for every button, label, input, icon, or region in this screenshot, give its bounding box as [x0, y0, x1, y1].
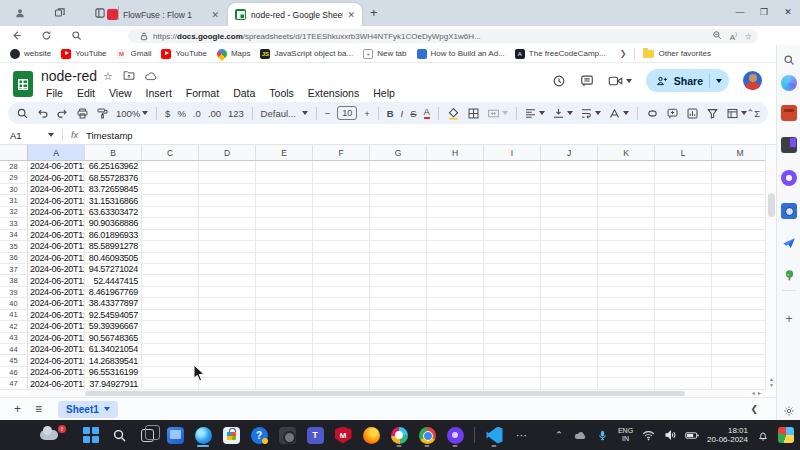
- search-icon[interactable]: [69, 29, 83, 43]
- close-tab-icon[interactable]: ✕: [347, 10, 355, 20]
- cell-G38[interactable]: [370, 275, 427, 286]
- format-percent-button[interactable]: %: [177, 108, 185, 119]
- cell-E43[interactable]: [256, 333, 313, 344]
- cell-G35[interactable]: [370, 241, 427, 252]
- cell-H29[interactable]: [427, 172, 484, 183]
- cell-D47[interactable]: [199, 378, 256, 389]
- cell-M41[interactable]: [712, 310, 765, 321]
- cell-I40[interactable]: [484, 298, 541, 309]
- cell-M42[interactable]: [712, 321, 765, 332]
- cell-K44[interactable]: [598, 344, 655, 355]
- bookmarks-overflow-icon[interactable]: ❯: [620, 49, 627, 58]
- menu-edit[interactable]: Edit: [70, 85, 102, 101]
- cell-K31[interactable]: [598, 195, 655, 206]
- cell-C46[interactable]: [142, 367, 199, 378]
- cell-H36[interactable]: [427, 253, 484, 264]
- row-header-29[interactable]: 29: [0, 172, 28, 183]
- sidebar-tree-icon[interactable]: [781, 267, 797, 283]
- sheet-tab-sheet1[interactable]: Sheet1: [58, 401, 118, 418]
- toolbar-search-icon[interactable]: [16, 107, 29, 120]
- all-sheets-icon[interactable]: ≡: [35, 402, 42, 416]
- cell-G31[interactable]: [370, 195, 427, 206]
- cell-B40[interactable]: 38.43377897: [85, 298, 142, 309]
- sidebar-tools-icon[interactable]: [781, 105, 797, 121]
- cell-A38[interactable]: 2024-06-20T12:2: [28, 275, 85, 286]
- row-header-46[interactable]: 46: [0, 367, 28, 378]
- version-history-icon[interactable]: [552, 74, 566, 88]
- cell-K30[interactable]: [598, 184, 655, 195]
- cell-D35[interactable]: [199, 241, 256, 252]
- column-header-L[interactable]: L: [655, 145, 712, 160]
- cell-J34[interactable]: [541, 230, 598, 241]
- cell-L30[interactable]: [655, 184, 712, 195]
- cell-F39[interactable]: [313, 287, 370, 298]
- sidebar-settings-icon[interactable]: [781, 403, 797, 419]
- cell-M29[interactable]: [712, 172, 765, 183]
- cell-I46[interactable]: [484, 367, 541, 378]
- cell-K35[interactable]: [598, 241, 655, 252]
- borders-button[interactable]: [467, 107, 480, 120]
- cell-D33[interactable]: [199, 218, 256, 229]
- cell-L47[interactable]: [655, 378, 712, 389]
- column-header-C[interactable]: C: [142, 145, 199, 160]
- cell-L43[interactable]: [655, 333, 712, 344]
- row-header-34[interactable]: 34: [0, 230, 28, 241]
- cell-I34[interactable]: [484, 230, 541, 241]
- cell-L41[interactable]: [655, 310, 712, 321]
- cell-G47[interactable]: [370, 378, 427, 389]
- bookmark-item[interactable]: How to Build an Ad...: [417, 49, 505, 59]
- cell-I30[interactable]: [484, 184, 541, 195]
- cell-M40[interactable]: [712, 298, 765, 309]
- cell-A39[interactable]: 2024-06-20T12:2: [28, 287, 85, 298]
- redo-icon[interactable]: [56, 107, 69, 120]
- cell-H37[interactable]: [427, 264, 484, 275]
- cell-E33[interactable]: [256, 218, 313, 229]
- address-bar[interactable]: https://docs.google.com/spreadsheets/d/1…: [128, 29, 758, 43]
- cell-J47[interactable]: [541, 378, 598, 389]
- cell-K37[interactable]: [598, 264, 655, 275]
- cell-B36[interactable]: 80.46093505: [85, 253, 142, 264]
- cell-D43[interactable]: [199, 333, 256, 344]
- cell-B31[interactable]: 31.15316866: [85, 195, 142, 206]
- horizontal-align-button[interactable]: [524, 107, 545, 120]
- cell-D39[interactable]: [199, 287, 256, 298]
- cell-A32[interactable]: 2024-06-20T12:2: [28, 207, 85, 218]
- cell-J29[interactable]: [541, 172, 598, 183]
- refresh-icon[interactable]: [39, 29, 53, 43]
- cell-L31[interactable]: [655, 195, 712, 206]
- cell-E32[interactable]: [256, 207, 313, 218]
- cell-G39[interactable]: [370, 287, 427, 298]
- cell-G36[interactable]: [370, 253, 427, 264]
- cell-H46[interactable]: [427, 367, 484, 378]
- cell-B45[interactable]: 14.26839541: [85, 355, 142, 366]
- cell-H32[interactable]: [427, 207, 484, 218]
- cell-D37[interactable]: [199, 264, 256, 275]
- cell-E35[interactable]: [256, 241, 313, 252]
- back-icon[interactable]: [9, 29, 23, 43]
- cell-J28[interactable]: [541, 161, 598, 172]
- increase-decimal-button[interactable]: .00: [208, 108, 221, 119]
- column-header-D[interactable]: D: [199, 145, 256, 160]
- cell-E40[interactable]: [256, 298, 313, 309]
- cell-K39[interactable]: [598, 287, 655, 298]
- cell-A41[interactable]: 2024-06-20T12:2: [28, 310, 85, 321]
- text-rotation-button[interactable]: [608, 107, 629, 120]
- add-sheet-button[interactable]: +: [14, 402, 21, 416]
- cell-C31[interactable]: [142, 195, 199, 206]
- cell-M33[interactable]: [712, 218, 765, 229]
- cell-C36[interactable]: [142, 253, 199, 264]
- cell-G32[interactable]: [370, 207, 427, 218]
- comments-icon[interactable]: [580, 74, 594, 88]
- row-header-41[interactable]: 41: [0, 310, 28, 321]
- other-favorites[interactable]: Other favorites: [643, 49, 710, 58]
- hide-menus-icon[interactable]: ⌃: [746, 108, 754, 118]
- vertical-scrollbar-thumb[interactable]: [768, 193, 775, 217]
- close-tab-icon[interactable]: ✕: [211, 10, 219, 20]
- cell-C38[interactable]: [142, 275, 199, 286]
- sidebar-image-creator-icon[interactable]: [781, 203, 797, 219]
- horizontal-scrollbar-thumb[interactable]: [85, 391, 685, 396]
- row-header-37[interactable]: 37: [0, 264, 28, 275]
- column-header-B[interactable]: B: [85, 145, 142, 160]
- widgets-icon[interactable]: [778, 427, 794, 443]
- menu-extensions[interactable]: Extensions: [301, 85, 366, 101]
